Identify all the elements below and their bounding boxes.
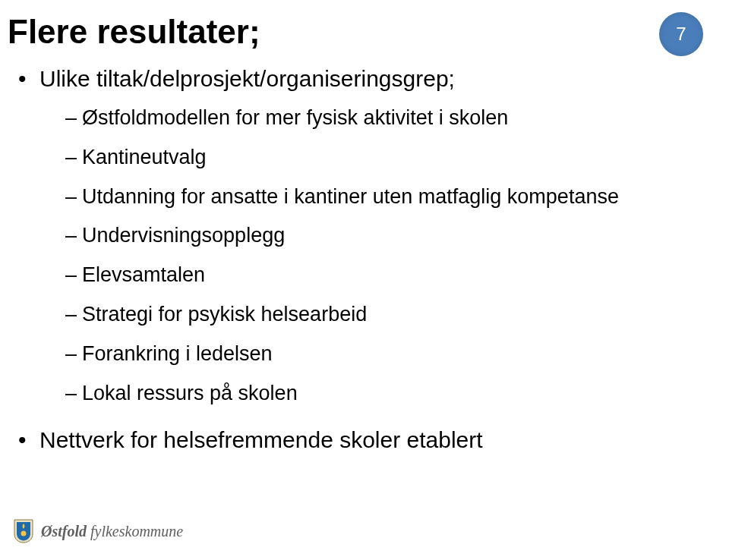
sub-list-item: Strategi for psykisk helsearbeid (65, 299, 708, 331)
brand-bold: Østfold (41, 523, 87, 540)
sub-list-item: Østfoldmodellen for mer fysisk aktivitet… (65, 102, 708, 134)
sub-list-item: Undervisningsopplegg (65, 220, 708, 252)
brand-text: Østfold fylkeskommune (41, 523, 183, 540)
list-item: Nettverk for helsefremmende skoler etabl… (18, 425, 708, 456)
list-item-text: Nettverk for helsefremmende skoler etabl… (39, 427, 483, 452)
page-number-badge: 7 (659, 12, 703, 56)
sub-list-item: Lokal ressurs på skolen (65, 378, 708, 410)
sub-list-item: Kantineutvalg (65, 142, 708, 174)
sub-list-item: Forankring i ledelsen (65, 338, 708, 370)
sub-list: Østfoldmodellen for mer fysisk aktivitet… (65, 102, 708, 410)
sub-list-item: Utdanning for ansatte i kantiner uten ma… (65, 181, 708, 213)
slide: Flere resultater; 7 Ulike tiltak/delpros… (0, 0, 729, 560)
list-item: Ulike tiltak/delprosjekt/organiseringsgr… (18, 64, 708, 409)
sub-list-item: Elevsamtalen (65, 260, 708, 291)
footer: Østfold fylkeskommune (14, 519, 183, 543)
brand-rest: fylkeskommune (87, 523, 183, 540)
list-item-text: Ulike tiltak/delprosjekt/organiseringsgr… (39, 66, 455, 91)
page-title: Flere resultater; (8, 14, 708, 50)
svg-point-0 (21, 531, 27, 536)
bullet-list: Ulike tiltak/delprosjekt/organiseringsgr… (18, 64, 708, 455)
shield-icon (14, 519, 33, 543)
